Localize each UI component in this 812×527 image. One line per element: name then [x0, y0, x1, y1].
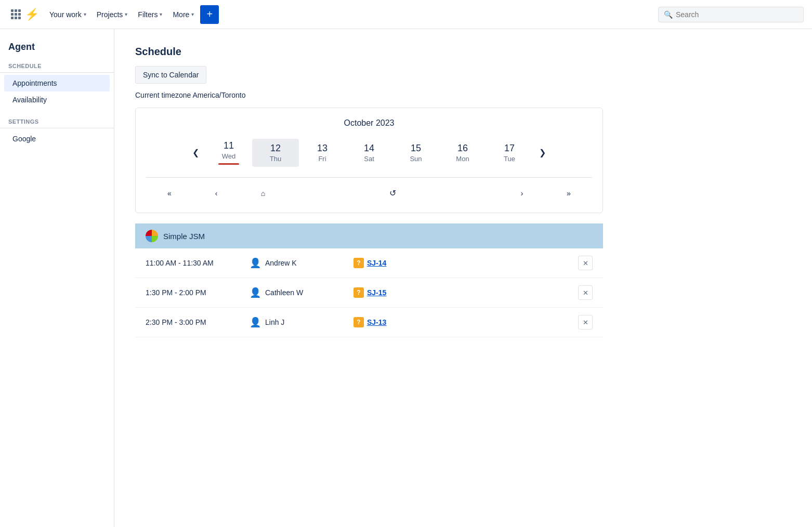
calendar-next-week-button[interactable]: › — [499, 185, 545, 202]
projects-chevron-icon: ▾ — [125, 11, 127, 17]
filters-menu[interactable]: Filters ▾ — [134, 8, 166, 21]
topnav: ⚡ Your work ▾ Projects ▾ Filters ▾ More … — [0, 0, 812, 29]
grid-menu-icon[interactable] — [8, 7, 23, 22]
appt-ticket-2: ? SJ-15 — [353, 287, 568, 298]
calendar-actions-row: « ‹ ⌂ ↺ › » — [146, 177, 592, 202]
add-button[interactable]: + — [200, 5, 219, 24]
appt-person-name-3: Linh J — [265, 318, 284, 326]
sidebar-settings-label: Settings — [0, 118, 114, 128]
appointment-row-2: 1:30 PM - 2:00 PM 👤 Cathleen W ? SJ-15 ✕ — [135, 278, 603, 308]
appt-ticket-1: ? SJ-14 — [353, 258, 568, 268]
logo-bolt-icon: ⚡ — [25, 8, 39, 21]
projects-menu[interactable]: Projects ▾ — [93, 8, 132, 21]
appt-time-1: 11:00 AM - 11:30 AM — [146, 259, 239, 267]
calendar-prev-button[interactable]: ❮ — [186, 143, 205, 162]
project-banner: Simple JSM — [135, 223, 603, 248]
ticket-badge-2: ? — [353, 287, 364, 298]
calendar-days-row: ❮ 11 Wed 12 Thu 13 Fri 14 Sat — [146, 136, 592, 169]
appt-close-3[interactable]: ✕ — [578, 315, 593, 330]
calendar-home-button[interactable]: ⌂ — [240, 185, 286, 202]
appt-time-3: 2:30 PM - 3:00 PM — [146, 318, 239, 326]
person-icon-2: 👤 — [250, 287, 261, 298]
calendar-day-12[interactable]: 12 Thu — [252, 139, 299, 167]
appt-person-3: 👤 Linh J — [250, 317, 343, 328]
appt-person-name-2: Cathleen W — [265, 288, 303, 297]
project-icon — [146, 230, 158, 242]
project-name: Simple JSM — [163, 232, 205, 241]
calendar-day-17[interactable]: 17 Tue — [486, 139, 533, 167]
calendar-next-button[interactable]: ❯ — [533, 143, 552, 162]
sidebar-schedule-section: Schedule Appointments Availability — [0, 63, 114, 108]
search-icon: 🔍 — [664, 10, 673, 19]
person-icon-1: 👤 — [250, 257, 261, 269]
calendar-prev-year-button[interactable]: « — [146, 185, 193, 202]
layout: Agent Schedule Appointments Availability… — [0, 29, 812, 527]
appt-time-2: 1:30 PM - 2:00 PM — [146, 288, 239, 297]
sidebar-item-google[interactable]: Google — [4, 130, 110, 147]
calendar-day-underline — [218, 163, 239, 165]
appt-close-1[interactable]: ✕ — [578, 256, 593, 270]
appointments-list: Simple JSM 11:00 AM - 11:30 AM 👤 Andrew … — [135, 223, 603, 337]
calendar-day-15[interactable]: 15 Sun — [392, 139, 439, 167]
sidebar-settings-section: Settings Google — [0, 118, 114, 147]
sidebar-item-availability[interactable]: Availability — [4, 91, 110, 108]
calendar-day-14[interactable]: 14 Sat — [346, 139, 392, 167]
ticket-badge-1: ? — [353, 258, 364, 268]
search-input[interactable] — [676, 10, 798, 19]
page-title: Schedule — [135, 46, 791, 58]
sidebar-item-appointments[interactable]: Appointments — [4, 75, 110, 91]
person-icon-3: 👤 — [250, 317, 261, 328]
sync-to-calendar-button[interactable]: Sync to Calendar — [135, 66, 206, 84]
ticket-id-sj14[interactable]: SJ-14 — [367, 259, 386, 267]
more-chevron-icon: ▾ — [191, 11, 194, 17]
appt-person-1: 👤 Andrew K — [250, 257, 343, 269]
calendar-prev-week-button[interactable]: ‹ — [193, 185, 240, 202]
sidebar-agent-title: Agent — [0, 42, 114, 63]
your-work-chevron-icon: ▾ — [84, 11, 86, 17]
search-box: 🔍 — [658, 7, 804, 22]
appt-close-2[interactable]: ✕ — [578, 285, 593, 300]
sidebar: Agent Schedule Appointments Availability… — [0, 29, 114, 527]
ticket-badge-3: ? — [353, 317, 364, 327]
calendar-refresh-button[interactable]: ↺ — [369, 184, 416, 202]
filters-chevron-icon: ▾ — [160, 11, 162, 17]
calendar-day-16[interactable]: 16 Mon — [439, 139, 486, 167]
main-content: Schedule Sync to Calendar Current timezo… — [114, 29, 812, 527]
appointment-row-1: 11:00 AM - 11:30 AM 👤 Andrew K ? SJ-14 ✕ — [135, 248, 603, 278]
appt-ticket-3: ? SJ-13 — [353, 317, 568, 327]
timezone-text: Current timezone America/Toronto — [135, 91, 791, 99]
calendar-next-year-button[interactable]: » — [545, 185, 592, 202]
ticket-id-sj15[interactable]: SJ-15 — [367, 288, 386, 297]
your-work-menu[interactable]: Your work ▾ — [45, 8, 90, 21]
calendar-month: October 2023 — [146, 118, 592, 128]
calendar-card: October 2023 ❮ 11 Wed 12 Thu 13 Fri — [135, 108, 603, 213]
appt-person-2: 👤 Cathleen W — [250, 287, 343, 298]
sidebar-schedule-label: Schedule — [0, 63, 114, 73]
appointment-row-3: 2:30 PM - 3:00 PM 👤 Linh J ? SJ-13 ✕ — [135, 308, 603, 337]
appt-person-name-1: Andrew K — [265, 259, 297, 267]
calendar-day-11[interactable]: 11 Wed — [205, 136, 252, 169]
ticket-id-sj13[interactable]: SJ-13 — [367, 318, 386, 326]
calendar-day-13[interactable]: 13 Fri — [299, 139, 346, 167]
more-menu[interactable]: More ▾ — [168, 8, 198, 21]
